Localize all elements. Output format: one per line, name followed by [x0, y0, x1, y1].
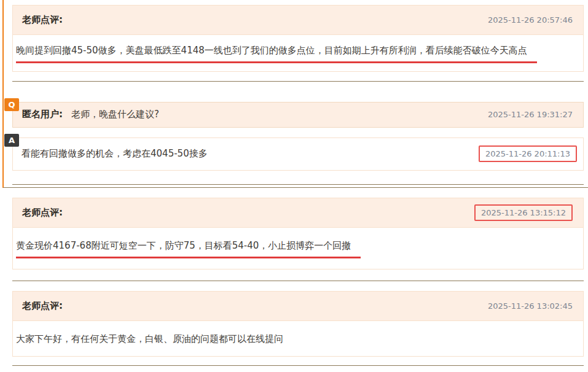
question-card: 匿名用户: 老师，晚盘什么建议? 2025-11-26 19:31:27 — [12, 102, 584, 128]
teacher-comment-label: 老师点评: — [22, 207, 63, 219]
teacher-comment-header: 老师点评: 2025-11-26 20:57:46 — [13, 6, 583, 35]
question-author: 匿名用户: — [22, 109, 63, 120]
separator — [12, 81, 584, 82]
latest-messages-group: 老师点评: 2025-11-26 20:57:46 晚间提到回撤45-50做多，… — [2, 0, 588, 188]
separator — [12, 184, 584, 185]
answer-badge-icon: A — [4, 134, 19, 147]
question-text: 老师，晚盘什么建议? — [71, 109, 159, 120]
teacher-comment-body: 黄金现价4167-68附近可短空一下，防守75，目标看54-40，小止损博弈一个… — [13, 228, 583, 269]
answer-card: 看能有回撤做多的机会，考虑在4045-50接多 2025-11-26 20:11… — [12, 138, 584, 171]
question-row: Q 匿名用户: 老师，晚盘什么建议? 2025-11-26 19:31:27 — [12, 102, 584, 128]
teacher-comment-body: 大家下午好，有任何关于黄金，白银、原油的问题都可以在线提问 — [13, 321, 583, 357]
teacher-comment-card-3: 老师点评: 2025-11-26 13:02:45 大家下午好，有任何关于黄金，… — [12, 291, 584, 357]
timestamp: 2025-11-26 20:57:46 — [488, 15, 573, 25]
comment-text-underlined: 晚间提到回撤45-50做多，美盘最低跌至4148一线也到了我们的做多点位，目前如… — [16, 44, 537, 63]
teacher-comment-label: 老师点评: — [22, 14, 63, 26]
teacher-comment-label: 老师点评: — [22, 300, 63, 312]
separator — [12, 281, 584, 281]
comment-text-underlined: 黄金现价4167-68附近可短空一下，防守75，目标看54-40，小止损博弈一个… — [16, 239, 361, 258]
separator — [12, 365, 584, 366]
timestamp-highlighted: 2025-11-26 20:11:13 — [479, 145, 577, 162]
teacher-comment-header: 老师点评: 2025-11-26 13:15:12 — [13, 198, 583, 228]
qa-feed: 老师点评: 2025-11-26 20:57:46 晚间提到回撤45-50做多，… — [0, 0, 588, 372]
teacher-comment-card-2: 老师点评: 2025-11-26 13:15:12 黄金现价4167-68附近可… — [12, 198, 584, 269]
teacher-comment-card-1: 老师点评: 2025-11-26 20:57:46 晚间提到回撤45-50做多，… — [12, 5, 584, 72]
teacher-comment-header: 老师点评: 2025-11-26 13:02:45 — [13, 292, 583, 321]
question-badge-icon: Q — [4, 98, 19, 111]
timestamp-highlighted: 2025-11-26 13:15:12 — [474, 204, 573, 221]
answer-text: 看能有回撤做多的机会，考虑在4045-50接多 — [22, 148, 208, 160]
teacher-comment-body: 晚间提到回撤45-50做多，美盘最低跌至4148一线也到了我们的做多点位，目前如… — [13, 35, 583, 71]
comment-text: 大家下午好，有任何关于黄金，白银、原油的问题都可以在线提问 — [16, 333, 283, 344]
answer-row: A 看能有回撤做多的机会，考虑在4045-50接多 2025-11-26 20:… — [12, 138, 584, 171]
timestamp: 2025-11-26 19:31:27 — [488, 110, 573, 119]
timestamp: 2025-11-26 13:02:45 — [488, 301, 573, 311]
